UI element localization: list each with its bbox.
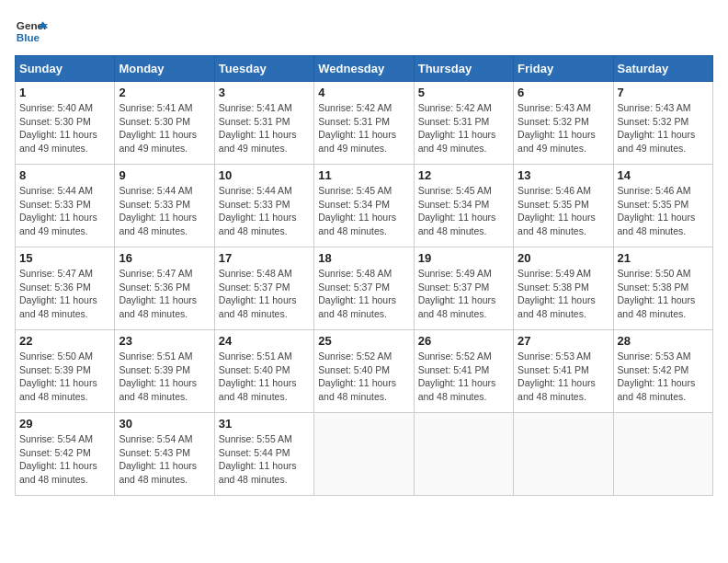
day-number: 15 [19, 251, 110, 265]
day-number: 16 [119, 251, 210, 265]
day-info: Sunrise: 5:54 AM Sunset: 5:43 PM Dayligh… [119, 432, 210, 487]
empty-cell [514, 413, 613, 496]
calendar-day-cell: 13 Sunrise: 5:46 AM Sunset: 5:35 PM Dayl… [514, 165, 613, 247]
calendar-day-cell: 18 Sunrise: 5:48 AM Sunset: 5:37 PM Dayl… [314, 247, 414, 330]
calendar-week-row: 29 Sunrise: 5:54 AM Sunset: 5:42 PM Dayl… [16, 413, 713, 496]
calendar-day-cell: 16 Sunrise: 5:47 AM Sunset: 5:36 PM Dayl… [115, 247, 214, 330]
day-info: Sunrise: 5:40 AM Sunset: 5:30 PM Dayligh… [19, 101, 110, 155]
calendar-day-cell: 26 Sunrise: 5:52 AM Sunset: 5:41 PM Dayl… [414, 330, 513, 413]
day-info: Sunrise: 5:46 AM Sunset: 5:35 PM Dayligh… [518, 184, 609, 238]
day-number: 3 [219, 86, 310, 99]
weekday-header: Wednesday [314, 56, 414, 82]
day-info: Sunrise: 5:55 AM Sunset: 5:44 PM Dayligh… [219, 432, 310, 487]
calendar-week-row: 15 Sunrise: 5:47 AM Sunset: 5:36 PM Dayl… [16, 247, 713, 330]
weekday-header: Sunday [16, 56, 115, 82]
day-number: 9 [119, 168, 210, 182]
day-info: Sunrise: 5:45 AM Sunset: 5:34 PM Dayligh… [318, 184, 409, 238]
day-info: Sunrise: 5:43 AM Sunset: 5:32 PM Dayligh… [618, 101, 709, 155]
calendar-day-cell: 9 Sunrise: 5:44 AM Sunset: 5:33 PM Dayli… [115, 165, 214, 247]
calendar-day-cell: 8 Sunrise: 5:44 AM Sunset: 5:33 PM Dayli… [16, 165, 115, 247]
weekday-header: Saturday [613, 56, 712, 82]
day-number: 12 [418, 168, 509, 182]
day-number: 23 [119, 334, 210, 348]
calendar-day-cell: 28 Sunrise: 5:53 AM Sunset: 5:42 PM Dayl… [613, 330, 712, 413]
day-number: 1 [19, 86, 110, 99]
calendar-day-cell: 7 Sunrise: 5:43 AM Sunset: 5:32 PM Dayli… [613, 82, 712, 165]
day-info: Sunrise: 5:50 AM Sunset: 5:39 PM Dayligh… [19, 350, 110, 404]
day-info: Sunrise: 5:50 AM Sunset: 5:38 PM Dayligh… [618, 267, 709, 321]
day-info: Sunrise: 5:44 AM Sunset: 5:33 PM Dayligh… [219, 184, 310, 238]
day-info: Sunrise: 5:42 AM Sunset: 5:31 PM Dayligh… [418, 101, 509, 155]
weekday-header: Monday [115, 56, 214, 82]
calendar-day-cell: 24 Sunrise: 5:51 AM Sunset: 5:40 PM Dayl… [214, 330, 313, 413]
calendar-week-row: 22 Sunrise: 5:50 AM Sunset: 5:39 PM Dayl… [16, 330, 713, 413]
calendar-day-cell: 15 Sunrise: 5:47 AM Sunset: 5:36 PM Dayl… [16, 247, 115, 330]
calendar-day-cell: 12 Sunrise: 5:45 AM Sunset: 5:34 PM Dayl… [414, 165, 513, 247]
day-number: 10 [219, 168, 310, 182]
calendar-day-cell: 25 Sunrise: 5:52 AM Sunset: 5:40 PM Dayl… [314, 330, 414, 413]
day-number: 25 [318, 334, 409, 348]
empty-cell [314, 413, 414, 496]
calendar-day-cell: 2 Sunrise: 5:41 AM Sunset: 5:30 PM Dayli… [115, 82, 214, 165]
calendar-day-cell: 17 Sunrise: 5:48 AM Sunset: 5:37 PM Dayl… [214, 247, 313, 330]
day-info: Sunrise: 5:51 AM Sunset: 5:39 PM Dayligh… [119, 350, 210, 404]
day-number: 6 [518, 86, 609, 99]
calendar-day-cell: 23 Sunrise: 5:51 AM Sunset: 5:39 PM Dayl… [115, 330, 214, 413]
day-info: Sunrise: 5:41 AM Sunset: 5:30 PM Dayligh… [119, 101, 210, 155]
day-info: Sunrise: 5:48 AM Sunset: 5:37 PM Dayligh… [318, 267, 409, 321]
day-number: 22 [19, 334, 110, 348]
weekday-header: Tuesday [214, 56, 313, 82]
day-info: Sunrise: 5:41 AM Sunset: 5:31 PM Dayligh… [219, 101, 310, 155]
day-info: Sunrise: 5:54 AM Sunset: 5:42 PM Dayligh… [19, 432, 110, 487]
day-info: Sunrise: 5:52 AM Sunset: 5:41 PM Dayligh… [418, 350, 509, 404]
calendar-day-cell: 10 Sunrise: 5:44 AM Sunset: 5:33 PM Dayl… [214, 165, 313, 247]
day-info: Sunrise: 5:53 AM Sunset: 5:41 PM Dayligh… [518, 350, 609, 404]
day-info: Sunrise: 5:52 AM Sunset: 5:40 PM Dayligh… [318, 350, 409, 404]
day-info: Sunrise: 5:45 AM Sunset: 5:34 PM Dayligh… [418, 184, 509, 238]
weekday-header-row: SundayMondayTuesdayWednesdayThursdayFrid… [16, 56, 713, 82]
day-number: 20 [518, 251, 609, 265]
day-number: 27 [518, 334, 609, 348]
weekday-header: Thursday [414, 56, 513, 82]
day-number: 7 [618, 86, 709, 99]
day-info: Sunrise: 5:44 AM Sunset: 5:33 PM Dayligh… [19, 184, 110, 238]
logo-icon: General Blue [15, 15, 48, 48]
header: General Blue [15, 15, 713, 48]
day-info: Sunrise: 5:49 AM Sunset: 5:37 PM Dayligh… [418, 267, 509, 321]
day-number: 13 [518, 168, 609, 182]
day-info: Sunrise: 5:51 AM Sunset: 5:40 PM Dayligh… [219, 350, 310, 404]
day-number: 21 [618, 251, 709, 265]
calendar-day-cell: 22 Sunrise: 5:50 AM Sunset: 5:39 PM Dayl… [16, 330, 115, 413]
day-number: 28 [618, 334, 709, 348]
day-info: Sunrise: 5:47 AM Sunset: 5:36 PM Dayligh… [19, 267, 110, 321]
weekday-header: Friday [514, 56, 613, 82]
calendar-week-row: 8 Sunrise: 5:44 AM Sunset: 5:33 PM Dayli… [16, 165, 713, 247]
day-number: 29 [19, 417, 110, 431]
calendar-table: SundayMondayTuesdayWednesdayThursdayFrid… [15, 55, 713, 496]
calendar-day-cell: 30 Sunrise: 5:54 AM Sunset: 5:43 PM Dayl… [115, 413, 214, 496]
day-number: 30 [119, 417, 210, 431]
calendar-day-cell: 6 Sunrise: 5:43 AM Sunset: 5:32 PM Dayli… [514, 82, 613, 165]
logo: General Blue [15, 15, 48, 48]
day-info: Sunrise: 5:43 AM Sunset: 5:32 PM Dayligh… [518, 101, 609, 155]
calendar-day-cell: 20 Sunrise: 5:49 AM Sunset: 5:38 PM Dayl… [514, 247, 613, 330]
empty-cell [613, 413, 712, 496]
calendar-day-cell: 31 Sunrise: 5:55 AM Sunset: 5:44 PM Dayl… [214, 413, 313, 496]
day-info: Sunrise: 5:46 AM Sunset: 5:35 PM Dayligh… [618, 184, 709, 238]
day-info: Sunrise: 5:47 AM Sunset: 5:36 PM Dayligh… [119, 267, 210, 321]
day-info: Sunrise: 5:42 AM Sunset: 5:31 PM Dayligh… [318, 101, 409, 155]
day-number: 31 [219, 417, 310, 431]
calendar-day-cell: 4 Sunrise: 5:42 AM Sunset: 5:31 PM Dayli… [314, 82, 414, 165]
calendar-day-cell: 29 Sunrise: 5:54 AM Sunset: 5:42 PM Dayl… [16, 413, 115, 496]
day-number: 8 [19, 168, 110, 182]
day-number: 17 [219, 251, 310, 265]
empty-cell [414, 413, 513, 496]
day-number: 4 [318, 86, 409, 99]
day-number: 11 [318, 168, 409, 182]
calendar-day-cell: 11 Sunrise: 5:45 AM Sunset: 5:34 PM Dayl… [314, 165, 414, 247]
calendar-day-cell: 19 Sunrise: 5:49 AM Sunset: 5:37 PM Dayl… [414, 247, 513, 330]
day-number: 2 [119, 86, 210, 99]
day-number: 18 [318, 251, 409, 265]
day-number: 26 [418, 334, 509, 348]
calendar-day-cell: 21 Sunrise: 5:50 AM Sunset: 5:38 PM Dayl… [613, 247, 712, 330]
